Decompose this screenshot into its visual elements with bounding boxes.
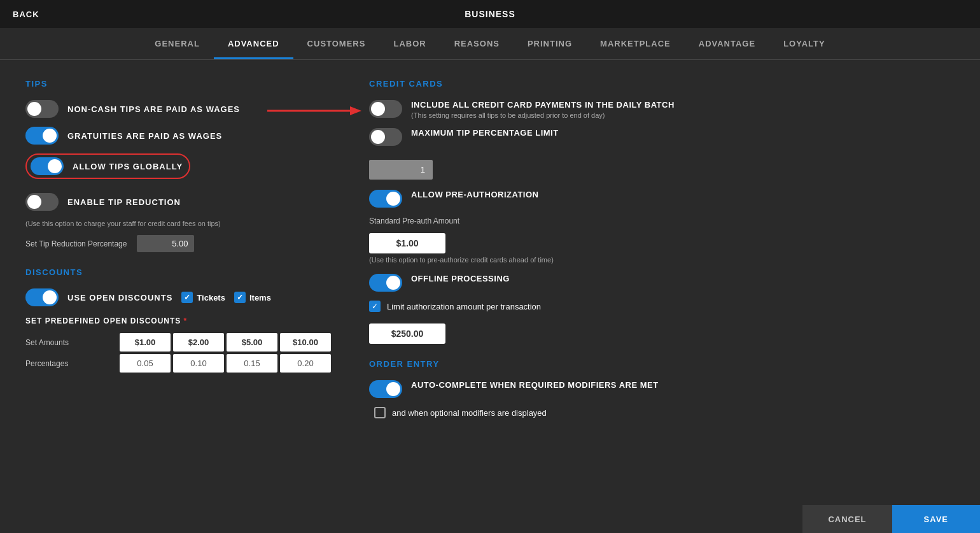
- include-batch-container: INCLUDE ALL CREDIT CARD PAYMENTS IN THE …: [369, 100, 955, 119]
- tab-advantage[interactable]: ADVANTAGE: [685, 28, 769, 59]
- preauth-toggle[interactable]: [369, 190, 402, 208]
- include-batch-row: INCLUDE ALL CREDIT CARD PAYMENTS IN THE …: [369, 100, 955, 119]
- non-cash-tips-label: NON-CASH TIPS ARE PAID AS WAGES: [67, 104, 240, 114]
- include-batch-toggle[interactable]: [369, 100, 402, 118]
- nav-tabs: GENERAL ADVANCED CUSTOMERS LABOR REASONS…: [0, 28, 980, 60]
- optional-modifiers-checkbox[interactable]: [374, 407, 386, 418]
- pct-1-input[interactable]: [120, 354, 171, 373]
- preauth-note: (Use this option to pre-authorize credit…: [369, 256, 955, 264]
- bottom-bar: CANCEL SAVE: [802, 505, 980, 533]
- limit-auth-row: ✓ Limit authorization amount per transac…: [369, 301, 955, 312]
- order-entry-section: ORDER ENTRY AUTO-COMPLETE WHEN REQUIRED …: [369, 359, 955, 418]
- tip-reduction-percentage-row: Set Tip Reduction Percentage: [25, 235, 331, 252]
- limit-auth-label: Limit authorization amount per transacti…: [387, 302, 541, 311]
- optional-modifiers-label: and when optional modifiers are displaye…: [392, 408, 547, 418]
- pct-4-input[interactable]: [280, 354, 331, 373]
- order-entry-title: ORDER ENTRY: [369, 359, 955, 369]
- use-open-discounts-toggle[interactable]: [25, 288, 59, 306]
- tab-marketplace[interactable]: MARKETPLACE: [586, 28, 685, 59]
- business-label: BUSINESS: [465, 9, 515, 19]
- include-batch-note: (This setting requires all tips to be ad…: [411, 111, 675, 119]
- amount-3-input[interactable]: [227, 333, 277, 352]
- limit-auth-checkbox[interactable]: ✓: [369, 301, 381, 312]
- preauth-amount-label: Standard Pre-auth Amount: [369, 217, 955, 225]
- amount-2-input[interactable]: [173, 333, 224, 352]
- tip-reduction-input[interactable]: [137, 235, 194, 252]
- amount-4-input[interactable]: [280, 333, 331, 352]
- tab-loyalty[interactable]: LOYALTY: [769, 28, 839, 59]
- tip-reduction-note: (Use this option to charge your staff fo…: [25, 220, 331, 227]
- tab-reasons[interactable]: REASONS: [440, 28, 514, 59]
- tab-advanced[interactable]: ADVANCED: [214, 28, 293, 59]
- allow-tips-globally-row: ALLOW TIPS GLOBALLY: [25, 153, 190, 179]
- content-area: TIPS NON-CASH TIPS ARE PAID AS WAGES GRA…: [0, 60, 980, 444]
- preauth-amount-input[interactable]: [369, 233, 445, 253]
- percentages-label: Percentages: [25, 359, 117, 368]
- tab-customers[interactable]: CUSTOMERS: [293, 28, 380, 59]
- tip-reduction-label: ENABLE TIP REDUCTION: [67, 197, 181, 207]
- credit-cards-title: CREDIT CARDS: [369, 79, 955, 89]
- tips-section-title: TIPS: [25, 79, 331, 89]
- tab-labor[interactable]: LABOR: [379, 28, 440, 59]
- max-tip-row: MAXIMUM TIP PERCENTAGE LIMIT: [369, 128, 955, 146]
- max-tip-input[interactable]: [369, 160, 433, 180]
- tip-reduction-row: ENABLE TIP REDUCTION: [25, 193, 331, 211]
- discounts-section-title: DISCOUNTS: [25, 267, 331, 277]
- gratuities-toggle[interactable]: [25, 127, 59, 145]
- offline-processing-label: OFFLINE PROCESSING: [411, 274, 510, 283]
- cancel-button[interactable]: CANCEL: [802, 505, 892, 533]
- save-button[interactable]: SAVE: [892, 505, 980, 533]
- tab-general[interactable]: GENERAL: [141, 28, 214, 59]
- tickets-label: Tickets: [197, 293, 225, 302]
- pct-3-input[interactable]: [227, 354, 277, 373]
- left-column: TIPS NON-CASH TIPS ARE PAID AS WAGES GRA…: [25, 79, 331, 425]
- back-button[interactable]: BACK: [13, 10, 39, 19]
- top-bar: BACK BUSINESS: [0, 0, 980, 28]
- max-tip-toggle[interactable]: [369, 128, 402, 146]
- gratuities-row: GRATUITIES ARE PAID AS WAGES: [25, 127, 331, 145]
- offline-processing-row: OFFLINE PROCESSING: [369, 274, 955, 292]
- offline-processing-toggle[interactable]: [369, 274, 402, 292]
- use-open-discounts-row: USE OPEN DISCOUNTS ✓ Tickets ✓ Items: [25, 288, 331, 306]
- tickets-checkbox-label[interactable]: ✓ Tickets: [181, 292, 225, 303]
- right-column: CREDIT CARDS INCLUDE ALL CREDIT CARD PAY…: [369, 79, 955, 425]
- set-amounts-label: Set Amounts: [25, 338, 117, 347]
- items-label: Items: [249, 293, 271, 302]
- autocomplete-toggle[interactable]: [369, 380, 402, 398]
- preauth-row: ALLOW PRE-AUTHORIZATION: [369, 190, 955, 208]
- pct-2-input[interactable]: [173, 354, 224, 373]
- svg-marker-1: [350, 106, 361, 115]
- predefined-title: SET PREDEFINED OPEN DISCOUNTS*: [25, 316, 331, 325]
- use-open-discounts-label: USE OPEN DISCOUNTS: [67, 293, 172, 302]
- amount-1-input[interactable]: [120, 333, 171, 352]
- tab-printing[interactable]: PRINTING: [514, 28, 586, 59]
- preauth-label: ALLOW PRE-AUTHORIZATION: [411, 190, 538, 199]
- allow-tips-globally-toggle[interactable]: [31, 157, 64, 175]
- tip-reduction-toggle[interactable]: [25, 193, 59, 211]
- allow-tips-globally-label: ALLOW TIPS GLOBALLY: [73, 162, 183, 171]
- amounts-grid: Set Amounts Percentages: [25, 333, 331, 373]
- tip-reduction-pct-label: Set Tip Reduction Percentage: [25, 239, 127, 248]
- red-arrow: [267, 101, 363, 120]
- include-batch-label: INCLUDE ALL CREDIT CARD PAYMENTS IN THE …: [411, 100, 675, 110]
- autocomplete-label: AUTO-COMPLETE WHEN REQUIRED MODIFIERS AR…: [411, 380, 659, 390]
- autocomplete-row: AUTO-COMPLETE WHEN REQUIRED MODIFIERS AR…: [369, 380, 955, 398]
- optional-modifiers-row: and when optional modifiers are displaye…: [374, 407, 955, 418]
- discounts-section: DISCOUNTS USE OPEN DISCOUNTS ✓ Tickets ✓…: [25, 267, 331, 373]
- max-tip-label: MAXIMUM TIP PERCENTAGE LIMIT: [411, 128, 559, 138]
- limit-auth-amount-input[interactable]: [369, 323, 445, 344]
- items-checkbox-label[interactable]: ✓ Items: [234, 292, 271, 303]
- credit-cards-section: CREDIT CARDS INCLUDE ALL CREDIT CARD PAY…: [369, 79, 955, 344]
- gratuities-label: GRATUITIES ARE PAID AS WAGES: [67, 131, 222, 141]
- non-cash-tips-toggle[interactable]: [25, 100, 59, 118]
